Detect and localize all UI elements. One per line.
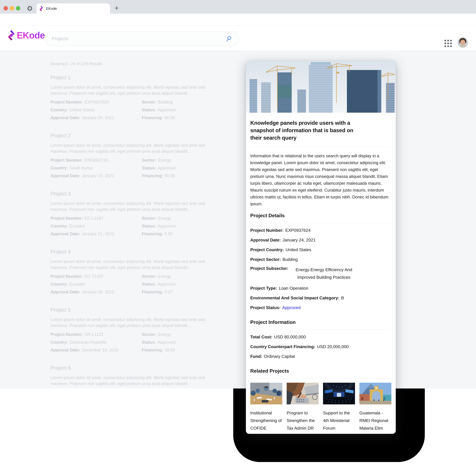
meta-approval-date: January 08, 2020 <box>82 290 114 294</box>
result-title[interactable]: Project 6 <box>50 365 220 371</box>
apps-grid-icon[interactable] <box>444 40 452 47</box>
panel-intro: Information that is relational to the us… <box>250 152 391 207</box>
results-count: Showing 0 - 20 of 1256 Results <box>50 62 220 66</box>
related-project-thumbnail[interactable] <box>359 383 391 404</box>
brand-wordmark: EKode <box>17 30 45 41</box>
meta-sector: Energy <box>158 216 171 220</box>
result-description: Lorem ipsum dolor sit amet, consectetur … <box>50 142 218 154</box>
meta-approval-date: December 18, 2019 <box>82 348 118 352</box>
meta-status: Approved <box>158 107 175 112</box>
tab-title: EKode <box>46 7 57 11</box>
related-project-thumbnail[interactable] <box>250 383 282 404</box>
brand-logo[interactable]: EKode <box>8 29 45 41</box>
detail-row: Project Sector:Building <box>250 257 391 262</box>
meta-financing: 39.00 <box>164 348 175 352</box>
meta-project-number: EXP0937624 <box>85 100 109 104</box>
meta-status: Approved <box>158 166 175 170</box>
related-project-caption[interactable]: Program to Strengthen the Tax Admin DR <box>287 409 319 432</box>
meta-country: South Korea <box>69 166 93 170</box>
detail-row: Project Subsector:Energy-Energy Efficien… <box>250 266 391 281</box>
url-toolbar: https://www.ekode.com <box>0 14 476 26</box>
search-icon[interactable] <box>226 36 232 42</box>
result-title[interactable]: Project 3 <box>50 191 220 197</box>
result-description: Lorem ipsum dolor sit amet, consectetur … <box>50 200 218 212</box>
meta-project-number: EC-L1267 <box>85 216 103 220</box>
result-description: Lorem ipsum dolor sit amet, consectetur … <box>50 84 218 96</box>
divider <box>250 378 391 379</box>
meta-project-number: ENG682710 <box>85 158 108 162</box>
meta-sector: Energy <box>158 158 171 162</box>
traffic-light-minimize-icon[interactable] <box>10 6 14 11</box>
panel-title: Knowledge panels provide users with a sn… <box>250 119 363 141</box>
globe-icon <box>28 6 32 11</box>
related-project-card[interactable]: Program to Strengthen the Tax Admin DR <box>287 383 319 432</box>
results-list: Showing 0 - 20 of 1256 Results Project 1… <box>50 51 220 389</box>
meta-financing: 80.00 <box>164 115 175 120</box>
browser-tab[interactable]: EKode <box>36 3 110 14</box>
divider <box>250 147 391 147</box>
result-item[interactable]: Project 5 Lorem ipsum dolor sit amet, co… <box>50 307 220 352</box>
knowledge-panel: Knowledge panels provide users with a sn… <box>246 61 396 434</box>
search-placeholder: Projects <box>52 36 68 41</box>
detail-row: Approval Date:January 24, 2021 <box>250 238 391 243</box>
result-item[interactable]: Project 1 Lorem ipsum dolor sit amet, co… <box>50 74 220 120</box>
meta-financing: 50.00 <box>164 173 175 178</box>
meta-sector: Energy <box>158 332 171 337</box>
result-meta: Project Number:EC-T1437Sector:Energy Cou… <box>50 274 220 294</box>
related-project-caption[interactable]: Institutional Strengthening of COFIDE <box>250 409 282 432</box>
meta-status: Approved <box>158 282 175 286</box>
info-row: Total Cost:USD 80,000,000 <box>250 335 391 339</box>
result-title[interactable]: Project 1 <box>50 74 220 80</box>
result-meta: Project Number:EC-L1267Sector:Energy Cou… <box>50 216 220 236</box>
related-project-thumbnail[interactable] <box>287 383 319 404</box>
related-project-thumbnail[interactable] <box>323 383 355 404</box>
related-project-caption[interactable]: Support to the 4th Ministerial Forum <box>323 409 355 432</box>
result-title[interactable]: Project 2 <box>50 132 220 138</box>
knowledge-panel-hero-image <box>246 61 396 113</box>
meta-financing: 0.27 <box>164 290 173 294</box>
result-description: Lorem ipsum dolor sit amet, consectetur … <box>50 317 218 328</box>
detail-row-status: Project Status:Approved <box>250 305 391 310</box>
meta-project-number: DR-L1122 <box>85 332 103 337</box>
status-link[interactable]: Approved <box>282 305 301 310</box>
browser-window: EKode https://www.ekode.com <box>0 0 476 468</box>
meta-approval-date: January 24, 2021 <box>82 115 114 120</box>
meta-country: Ecuador <box>69 282 85 286</box>
meta-status: Approved <box>158 340 175 345</box>
result-meta: Project Number:EXP0937624Sector:Building… <box>50 100 220 120</box>
related-project-card[interactable]: Guatemala - RMEI Regional Malaria Elim <box>359 383 391 432</box>
related-projects-grid: Institutional Strengthening of COFIDE <box>250 383 391 432</box>
section-heading-details: Project Details <box>250 213 391 218</box>
result-description: Lorem ipsum dolor sit amet, consectetur … <box>50 375 218 387</box>
result-item[interactable]: Project 6 Lorem ipsum dolor sit amet, co… <box>50 365 220 389</box>
result-meta: Project Number:ENG682710Sector:Energy Co… <box>50 158 220 178</box>
related-project-caption[interactable]: Guatemala - RMEI Regional Malaria Elim <box>359 409 391 432</box>
account-avatar[interactable] <box>458 37 468 48</box>
related-project-card[interactable]: Support to the 4th Ministerial Forum <box>323 383 355 432</box>
meta-country: United States <box>69 107 95 112</box>
result-meta: Project Number:DR-L1122Sector:Energy Cou… <box>50 332 220 352</box>
result-item[interactable]: Project 3 Lorem ipsum dolor sit amet, co… <box>50 191 220 236</box>
section-heading-information: Project Information <box>250 319 391 325</box>
meta-financing: 5.50 <box>164 232 173 236</box>
meta-sector: Building <box>158 100 173 104</box>
result-item[interactable]: Project 2 Lorem ipsum dolor sit amet, co… <box>50 132 220 178</box>
new-tab-plus-icon[interactable] <box>114 6 119 11</box>
meta-status: Approved <box>158 224 175 228</box>
search-results-page: Showing 0 - 20 of 1256 Results Project 1… <box>0 51 476 389</box>
section-heading-related: Related Projects <box>250 368 391 374</box>
brand-logo-mark-icon <box>8 29 15 41</box>
result-item[interactable]: Project 4 Lorem ipsum dolor sit amet, co… <box>50 249 220 294</box>
meta-sector: Energy <box>158 274 171 278</box>
search-input[interactable]: Projects <box>45 31 239 46</box>
result-title[interactable]: Project 4 <box>50 249 220 255</box>
brand-favicon-icon <box>39 6 43 11</box>
traffic-light-zoom-icon[interactable] <box>16 6 20 11</box>
result-title[interactable]: Project 5 <box>50 307 220 313</box>
meta-country: Ecuador <box>69 224 85 228</box>
related-project-card[interactable]: Institutional Strengthening of COFIDE <box>250 383 282 432</box>
detail-row: Project Type:Loan Operation <box>250 286 391 291</box>
meta-approval-date: January 10, 2021 <box>82 173 114 178</box>
traffic-light-close-icon[interactable] <box>3 6 8 11</box>
detail-row: Environmental And Social Impact Category… <box>250 295 391 300</box>
